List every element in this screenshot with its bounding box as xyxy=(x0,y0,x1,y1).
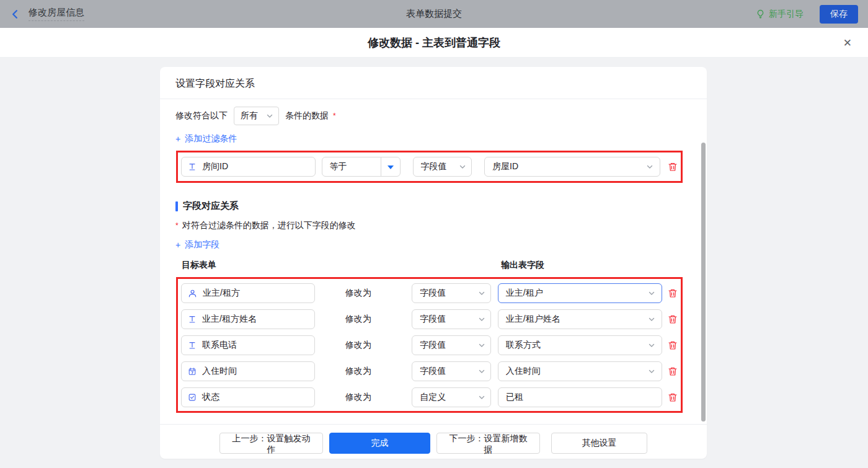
target-field-value: 联系电话 xyxy=(202,340,237,351)
delete-row-button[interactable] xyxy=(668,392,678,402)
custom-value-input[interactable]: 已租 xyxy=(498,387,662,407)
output-field-value: 业主/租户姓名 xyxy=(506,314,560,325)
condition-line: 修改符合以下 所有 条件的数据 * xyxy=(175,107,707,125)
page-title: 表单数据提交 xyxy=(406,8,462,20)
prev-step-button[interactable]: 上一步：设置触发动作 xyxy=(219,433,323,454)
valuetype-select[interactable]: 自定义 xyxy=(412,387,491,407)
filter-field-input[interactable]: 房间ID xyxy=(181,157,316,177)
text-field-icon xyxy=(188,162,197,171)
required-mark: * xyxy=(175,221,179,230)
beginner-guide-label: 新手引导 xyxy=(769,9,804,20)
section-accent-bar xyxy=(175,201,178,211)
target-field-input[interactable]: 业主/租方 xyxy=(181,283,315,303)
field-mapping-panel: 设置字段对应关系 修改符合以下 所有 条件的数据 * + 添加过滤条件 xyxy=(160,67,707,459)
custom-value: 已租 xyxy=(506,392,523,403)
trash-icon xyxy=(668,314,678,324)
done-button[interactable]: 完成 xyxy=(329,433,430,454)
vertical-scrollbar[interactable] xyxy=(701,143,706,422)
target-field-input[interactable]: 联系电话 xyxy=(181,335,315,355)
delete-row-button[interactable] xyxy=(668,288,678,298)
condition-prefix: 修改符合以下 xyxy=(175,110,228,121)
calendar-icon xyxy=(188,367,197,376)
filter-valuetype-select[interactable]: 字段值 xyxy=(413,157,472,177)
trash-icon xyxy=(668,340,678,350)
trash-icon xyxy=(668,366,678,376)
add-filter-label: 添加过滤条件 xyxy=(185,133,237,144)
delete-filter-button[interactable] xyxy=(668,162,678,172)
delete-row-button[interactable] xyxy=(668,314,678,324)
trash-icon xyxy=(668,162,678,172)
target-field-value: 入住时间 xyxy=(202,366,237,377)
chevron-down-icon xyxy=(648,342,655,349)
condition-scope-value: 所有 xyxy=(241,110,258,121)
output-field-value: 入住时间 xyxy=(506,366,541,377)
plus-icon: + xyxy=(175,240,180,250)
beginner-guide-link[interactable]: 新手引导 xyxy=(756,9,804,20)
output-field-value: 业主/租户 xyxy=(506,288,543,299)
save-button[interactable]: 保存 xyxy=(820,5,858,24)
valuetype-select[interactable]: 字段值 xyxy=(412,361,491,381)
output-field-select[interactable]: 联系方式 xyxy=(498,335,662,355)
mapping-column-headers: 目标表单 输出表字段 xyxy=(175,260,707,271)
text-field-icon xyxy=(188,315,197,324)
condition-scope-select[interactable]: 所有 xyxy=(234,107,279,125)
close-icon[interactable]: ✕ xyxy=(843,37,852,48)
valuetype-select[interactable]: 字段值 xyxy=(412,335,491,355)
modal-header: 修改数据 - 主表到普通字段 ✕ xyxy=(0,28,868,58)
target-field-input[interactable]: 业主/租方姓名 xyxy=(181,309,315,329)
filter-valuetype-value: 字段值 xyxy=(421,161,447,172)
chevron-down-icon xyxy=(648,368,655,375)
valuetype-value: 字段值 xyxy=(420,314,446,325)
add-field-label: 添加字段 xyxy=(185,239,219,250)
output-field-select[interactable]: 业主/租户 xyxy=(498,283,662,303)
mapping-row: 联系电话 修改为 字段值 联系方式 xyxy=(181,335,678,355)
column-output-field: 输出表字段 xyxy=(501,260,544,271)
mapping-row: 业主/租方姓名 修改为 字段值 业主/租户姓名 xyxy=(181,309,678,329)
workflow-title[interactable]: 修改房屋信息 xyxy=(29,7,84,21)
panel-content: 修改符合以下 所有 条件的数据 * + 添加过滤条件 xyxy=(160,99,707,413)
chevron-down-icon xyxy=(459,163,466,170)
target-field-value: 业主/租方姓名 xyxy=(202,314,257,325)
output-field-value: 联系方式 xyxy=(506,340,541,351)
checkbox-icon xyxy=(188,393,197,402)
chevron-down-icon xyxy=(478,394,485,401)
panel-footer: 上一步：设置触发动作 完成 下一步：设置新增数据 其他设置 xyxy=(160,424,707,454)
target-field-input[interactable]: 入住时间 xyxy=(181,361,315,381)
add-field-button[interactable]: + 添加字段 xyxy=(175,239,219,250)
column-target-form: 目标表单 xyxy=(182,260,216,271)
filter-operator-select[interactable]: 等于 xyxy=(322,157,401,177)
next-step-button[interactable]: 下一步：设置新增数据 xyxy=(436,433,540,454)
delete-row-button[interactable] xyxy=(668,340,678,350)
other-settings-button[interactable]: 其他设置 xyxy=(551,433,647,454)
mapping-row: 入住时间 修改为 字段值 入住时间 xyxy=(181,361,678,381)
mapping-highlight-box: 业主/租方 修改为 字段值 业主/租户 xyxy=(176,277,683,413)
chevron-down-icon xyxy=(478,316,485,323)
valuetype-select[interactable]: 字段值 xyxy=(412,283,491,303)
condition-suffix: 条件的数据 xyxy=(285,110,329,121)
modify-label: 修改为 xyxy=(345,314,374,325)
back-button[interactable] xyxy=(10,9,20,19)
filter-value-select[interactable]: 房屋ID xyxy=(484,157,660,177)
modal-title: 修改数据 - 主表到普通字段 xyxy=(368,35,500,50)
plus-icon: + xyxy=(175,134,180,144)
target-field-input[interactable]: 状态 xyxy=(181,387,315,407)
valuetype-value: 字段值 xyxy=(420,340,446,351)
valuetype-select[interactable]: 字段值 xyxy=(412,309,491,329)
chevron-down-icon xyxy=(478,342,485,349)
panel-title: 设置字段对应关系 xyxy=(160,67,707,99)
trash-icon xyxy=(668,288,678,298)
modify-label: 修改为 xyxy=(345,340,374,351)
output-field-select[interactable]: 业主/租户姓名 xyxy=(498,309,662,329)
filter-row: 房间ID 等于 字段值 房屋ID xyxy=(181,157,678,177)
modal-body: 设置字段对应关系 修改符合以下 所有 条件的数据 * + 添加过滤条件 xyxy=(0,58,868,468)
mapping-section-title: 字段对应关系 xyxy=(175,200,707,212)
add-filter-button[interactable]: + 添加过滤条件 xyxy=(175,133,237,144)
text-field-icon xyxy=(188,341,197,350)
mapping-section-label: 字段对应关系 xyxy=(183,200,239,212)
mapping-row: 状态 修改为 自定义 已租 xyxy=(181,387,678,407)
caret-down-icon xyxy=(381,157,400,176)
delete-row-button[interactable] xyxy=(668,366,678,376)
output-field-select[interactable]: 入住时间 xyxy=(498,361,662,381)
lightbulb-icon xyxy=(756,9,765,19)
required-mark: * xyxy=(333,112,336,120)
